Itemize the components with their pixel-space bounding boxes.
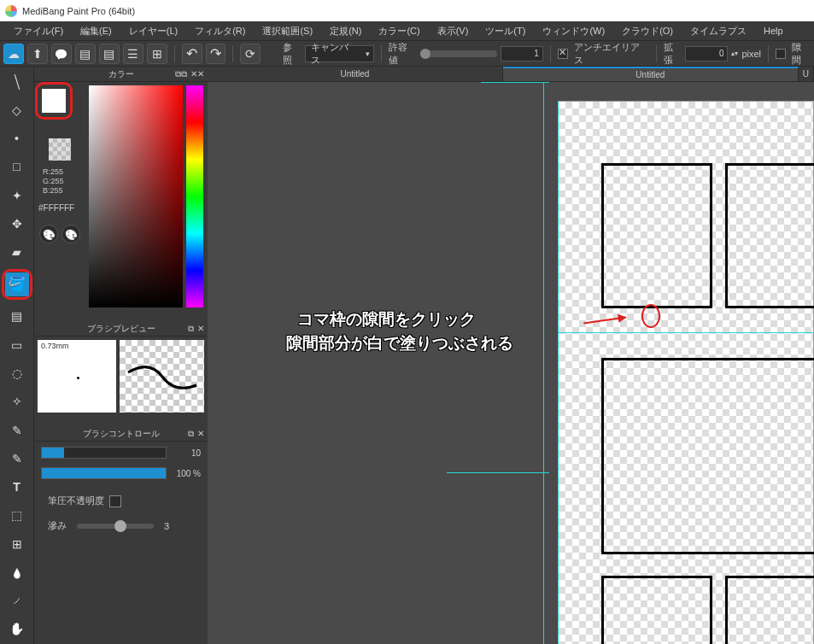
menu-filter[interactable]: フィルタ(R): [186, 22, 254, 40]
upload-icon: [32, 48, 43, 60]
pressure-checkbox[interactable]: [109, 495, 121, 507]
opt-aa-checkbox[interactable]: [558, 49, 568, 59]
stepper-icon[interactable]: ▴▾: [731, 50, 738, 57]
color-panel-header: カラー ⧉✕: [34, 67, 208, 82]
move-icon: [12, 218, 22, 230]
bucket-highlight: [2, 269, 32, 300]
opt-list-button[interactable]: [123, 44, 143, 64]
poly-icon: [12, 190, 22, 202]
koma-panel: [601, 576, 712, 644]
opt-tolerance-input[interactable]: [501, 46, 543, 61]
operation-tool[interactable]: [5, 504, 29, 527]
slider-thumb[interactable]: [420, 49, 430, 59]
undo-button[interactable]: [182, 44, 202, 64]
brush-size-label: 0.73mm: [41, 342, 69, 350]
opt-upload-button[interactable]: [27, 44, 48, 64]
move-tool[interactable]: [5, 212, 29, 235]
opt-ref-dropdown[interactable]: キャンバス: [305, 45, 374, 62]
tab-untitled-3[interactable]: U: [799, 67, 814, 81]
undo-icon: [186, 47, 197, 61]
slider-thumb[interactable]: [114, 520, 126, 532]
page-surface[interactable]: [558, 101, 814, 644]
opt-page-button[interactable]: [99, 44, 120, 64]
opt-expand-label: 拡張: [664, 41, 682, 67]
separator: [232, 45, 233, 62]
app-logo-icon: [5, 5, 17, 17]
hex-input[interactable]: [38, 203, 81, 213]
menu-select[interactable]: 選択範囲(S): [254, 22, 321, 40]
hue-strip[interactable]: [186, 85, 203, 307]
menu-color[interactable]: カラー(C): [370, 22, 428, 40]
opt-expand-unit: pixel: [741, 49, 761, 59]
sv-square[interactable]: [89, 85, 183, 307]
nijimi-slider[interactable]: [77, 524, 154, 529]
menu-cloud[interactable]: クラウド(O): [613, 22, 682, 40]
rgb-r: R:255: [43, 167, 77, 177]
close-icon[interactable]: ✕: [190, 69, 204, 79]
menu-view[interactable]: 表示(V): [429, 22, 477, 40]
opt-gap-label: 隙間: [792, 41, 811, 67]
shape-tool[interactable]: [5, 155, 29, 179]
menu-tool[interactable]: ツール(T): [477, 22, 534, 40]
palette-button-2[interactable]: [61, 225, 80, 243]
drop-tool[interactable]: [5, 560, 29, 583]
poly-tool[interactable]: [5, 184, 29, 207]
bucket-tool[interactable]: [5, 272, 29, 296]
close-icon[interactable]: ✕: [197, 324, 204, 334]
palette-button-1[interactable]: [39, 225, 58, 243]
divide-tool[interactable]: [5, 532, 29, 555]
popup-icon[interactable]: ⧉: [188, 324, 194, 334]
guide-line: [447, 472, 549, 473]
hand-tool[interactable]: [5, 618, 29, 641]
wand-tool[interactable]: [5, 390, 29, 413]
menu-help[interactable]: Help: [755, 23, 792, 38]
opt-expand-input[interactable]: [685, 46, 728, 61]
tab-label: U: [803, 69, 809, 79]
gradient-tool[interactable]: [5, 305, 29, 328]
opt-comment-button[interactable]: [51, 44, 72, 64]
menu-timelapse[interactable]: タイムラプス: [682, 22, 755, 40]
tab-untitled-1[interactable]: Untitled: [208, 67, 503, 81]
guide-line: [558, 102, 559, 644]
menu-layer[interactable]: レイヤー(L): [120, 22, 186, 40]
popup-icon[interactable]: ⧉: [175, 69, 187, 79]
brush-icon: [14, 76, 20, 88]
opt-grid-button[interactable]: [147, 44, 167, 64]
seleraser-tool[interactable]: [5, 447, 29, 470]
menu-ruler[interactable]: 定規(N): [321, 22, 370, 40]
brush-opacity-slider[interactable]: [41, 467, 167, 479]
opt-tolerance-slider[interactable]: [420, 50, 497, 57]
selpen-tool[interactable]: [5, 419, 29, 442]
popup-icon[interactable]: ⧉: [188, 429, 194, 439]
text-tool[interactable]: [5, 475, 29, 498]
drop-icon: [11, 566, 23, 578]
fill-tool[interactable]: [5, 241, 29, 264]
select-rect-tool[interactable]: ▭: [5, 333, 29, 356]
transparent-swatch[interactable]: [49, 138, 71, 161]
panels-column: カラー ⧉✕ R:255 G:255 B:255: [34, 67, 208, 644]
list-icon: [127, 48, 138, 60]
picker-icon: [11, 594, 23, 606]
opt-loading-button[interactable]: [240, 44, 261, 64]
dot-tool[interactable]: [5, 127, 29, 150]
menu-file[interactable]: ファイル(F): [5, 22, 72, 40]
canvas-viewport[interactable]: コマ枠の隙間をクリック 隙間部分が白で塗りつぶされる: [208, 82, 814, 644]
opt-cloud-button[interactable]: [3, 44, 24, 64]
brush-size-value: 10: [172, 448, 201, 458]
pressure-label: 筆圧不透明度: [48, 495, 104, 507]
brush-size-slider[interactable]: [41, 447, 167, 459]
lasso-tool[interactable]: [5, 361, 29, 384]
eraser-tool[interactable]: [5, 98, 29, 121]
eyedropper-tool[interactable]: [5, 589, 29, 612]
separator: [550, 45, 551, 62]
brush-dot: [77, 377, 79, 379]
opt-gap-checkbox[interactable]: [776, 49, 786, 59]
opt-doc-button[interactable]: [75, 44, 96, 64]
options-bar: 参照 キャンバス 許容値 アンチエイリアス 拡張 ▴▾ pixel 隙間: [0, 41, 814, 67]
brush-tool[interactable]: [5, 70, 29, 93]
close-icon[interactable]: ✕: [197, 429, 204, 439]
redo-button[interactable]: [206, 44, 226, 64]
tab-untitled-2[interactable]: Untitled: [503, 67, 799, 81]
menu-window[interactable]: ウィンドウ(W): [534, 22, 613, 40]
menu-edit[interactable]: 編集(E): [72, 22, 120, 40]
